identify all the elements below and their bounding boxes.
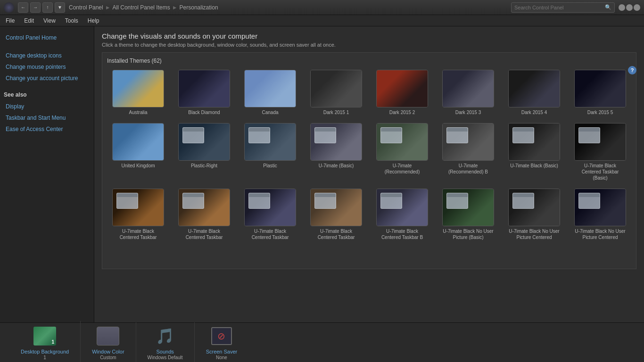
theme-item[interactable]: United Kingdom xyxy=(107,121,169,183)
menu-tools[interactable]: Tools xyxy=(63,16,80,25)
window-overlay-icon xyxy=(512,127,534,143)
sidebar-item-change-desktop-icons[interactable]: Change desktop icons xyxy=(4,50,90,61)
see-also-heading: See also xyxy=(4,91,90,98)
page-subtitle: Click a theme to change the desktop back… xyxy=(102,42,636,48)
theme-item[interactable]: U-7imate (Recommended) xyxy=(371,121,433,183)
menu-view[interactable]: View xyxy=(41,16,58,25)
breadcrumb-all[interactable]: All Control Panel Items xyxy=(113,4,170,11)
theme-name: Dark 2015 4 xyxy=(521,109,547,115)
content-area: ? Change the visuals and sounds on your … xyxy=(94,26,644,322)
help-icon[interactable]: ? xyxy=(628,66,636,74)
theme-item[interactable]: U-7imate (Recommended) B xyxy=(437,121,499,183)
theme-item[interactable]: U-7imate Black (Basic) xyxy=(503,121,565,183)
menu-edit[interactable]: Edit xyxy=(22,16,36,25)
theme-item[interactable]: Dark 2015 1 xyxy=(305,68,367,117)
theme-item[interactable]: Dark 2015 3 xyxy=(437,68,499,117)
theme-name: U-7imate (Basic) xyxy=(319,163,354,169)
theme-item[interactable]: Dark 2015 5 xyxy=(569,68,631,117)
search-input[interactable] xyxy=(514,5,605,10)
breadcrumb-personalization[interactable]: Personalization xyxy=(180,4,218,11)
theme-item[interactable]: U-7imate Black No User Picture (Basic) xyxy=(437,187,499,242)
forward-button[interactable]: → xyxy=(30,2,41,13)
window-overlay-icon xyxy=(446,193,468,209)
theme-name: U-7imate Black No User Picture Centered xyxy=(508,228,560,240)
themes-section: Installed Themes (62) AustraliaBlack Dia… xyxy=(102,52,636,269)
window-color-item[interactable]: Window Color Custom xyxy=(81,321,136,362)
theme-item[interactable]: U-7imate (Basic) xyxy=(305,121,367,183)
theme-item[interactable]: U-7imate Black No User Picture Centered xyxy=(503,187,565,242)
desktop-background-item[interactable]: Desktop Background 1 xyxy=(9,321,81,362)
window-color-label: Window Color xyxy=(92,348,124,355)
theme-name: Plastic-Right xyxy=(191,163,217,169)
navigation-arrows: ← → ↑ ▼ xyxy=(18,2,65,13)
window-overlay-icon xyxy=(116,193,138,209)
theme-item[interactable]: U-7imate Black No User Picture Centered xyxy=(569,187,631,242)
theme-item[interactable]: Plastic-Right xyxy=(173,121,235,183)
minimize-button[interactable] xyxy=(619,4,625,11)
theme-name: U-7imate Black Centered Taskbar xyxy=(310,228,362,240)
theme-name: Canada xyxy=(262,109,278,115)
window-overlay-icon xyxy=(182,127,204,143)
installed-themes-label: Installed Themes (62) xyxy=(107,58,631,64)
search-box[interactable]: 🔍 xyxy=(511,2,615,13)
theme-item[interactable]: U-7imate Black Centered Taskbar (Basic) xyxy=(569,121,631,183)
sidebar-item-ease-of-access[interactable]: Ease of Access Center xyxy=(4,123,90,135)
sidebar-item-change-account-picture[interactable]: Change your account picture xyxy=(4,73,90,84)
theme-item[interactable]: Canada xyxy=(239,68,301,117)
up-button[interactable]: ↑ xyxy=(42,2,53,13)
screen-saver-icon xyxy=(210,325,233,347)
theme-name: U-7imate Black Centered Taskbar xyxy=(178,228,230,240)
theme-name: Australia xyxy=(129,109,148,115)
sidebar: Control Panel Home Change desktop icons … xyxy=(0,26,94,322)
theme-name: U-7imate (Recommended) xyxy=(376,163,428,175)
window-overlay-icon xyxy=(248,193,270,209)
sidebar-item-taskbar-start[interactable]: Taskbar and Start Menu xyxy=(4,112,90,123)
dropdown-button[interactable]: ▼ xyxy=(55,2,65,13)
theme-name: U-7imate Black No User Picture Centered xyxy=(574,228,626,240)
breadcrumb: Control Panel ► All Control Panel Items … xyxy=(69,4,511,11)
back-button[interactable]: ← xyxy=(18,2,28,13)
themes-grid: AustraliaBlack DiamondCanadaDark 2015 1D… xyxy=(107,68,631,242)
window-color-sublabel: Custom xyxy=(100,355,116,360)
theme-item[interactable]: U-7imate Black Centered Taskbar B xyxy=(371,187,433,242)
sidebar-item-change-mouse-pointers[interactable]: Change mouse pointers xyxy=(4,61,90,73)
window-color-icon xyxy=(97,325,119,347)
window-overlay-icon xyxy=(512,193,534,209)
sounds-label: Sounds xyxy=(156,348,173,355)
theme-name: U-7imate Black (Basic) xyxy=(510,163,558,169)
sidebar-item-control-panel-home[interactable]: Control Panel Home xyxy=(4,32,90,43)
menu-file[interactable]: File xyxy=(4,16,17,25)
desktop-bg-sublabel: 1 xyxy=(43,355,46,360)
sidebar-item-display[interactable]: Display xyxy=(4,101,90,112)
theme-item[interactable]: U-7imate Black Centered Taskbar xyxy=(239,187,301,242)
sounds-item[interactable]: 🎵 Sounds Windows Default xyxy=(136,321,195,362)
maximize-button[interactable] xyxy=(626,4,633,11)
theme-name: Dark 2015 2 xyxy=(389,109,415,115)
theme-name: United Kingdom xyxy=(121,163,155,169)
theme-item[interactable]: Dark 2015 4 xyxy=(503,68,565,117)
theme-name: U-7imate Black Centered Taskbar (Basic) xyxy=(574,163,626,181)
window-overlay-icon xyxy=(314,127,336,143)
menu-help[interactable]: Help xyxy=(86,16,101,25)
theme-item[interactable]: U-7imate Black Centered Taskbar xyxy=(107,187,169,242)
theme-item[interactable]: Dark 2015 2 xyxy=(371,68,433,117)
theme-name: U-7imate Black Centered Taskbar B xyxy=(376,228,428,240)
window-overlay-icon xyxy=(578,193,600,209)
breadcrumb-cp[interactable]: Control Panel xyxy=(69,4,103,11)
theme-item[interactable]: U-7imate Black Centered Taskbar xyxy=(305,187,367,242)
theme-name: Dark 2015 5 xyxy=(587,109,613,115)
title-bar: ← → ↑ ▼ Control Panel ► All Control Pane… xyxy=(0,0,644,15)
theme-item[interactable]: Australia xyxy=(107,68,169,117)
menu-bar: File Edit View Tools Help xyxy=(0,15,644,26)
theme-name: Plastic xyxy=(263,163,277,169)
theme-name: Dark 2015 3 xyxy=(455,109,481,115)
theme-item[interactable]: Plastic xyxy=(239,121,301,183)
theme-name: U-7imate Black Centered Taskbar xyxy=(244,228,296,240)
window-overlay-icon xyxy=(380,127,402,143)
app-logo xyxy=(4,2,14,13)
page-heading: Change the visuals and sounds on your co… xyxy=(102,32,636,40)
close-button[interactable] xyxy=(634,4,640,11)
theme-item[interactable]: Black Diamond xyxy=(173,68,235,117)
screen-saver-item[interactable]: Screen Saver None xyxy=(195,321,249,362)
theme-item[interactable]: U-7imate Black Centered Taskbar xyxy=(173,187,235,242)
